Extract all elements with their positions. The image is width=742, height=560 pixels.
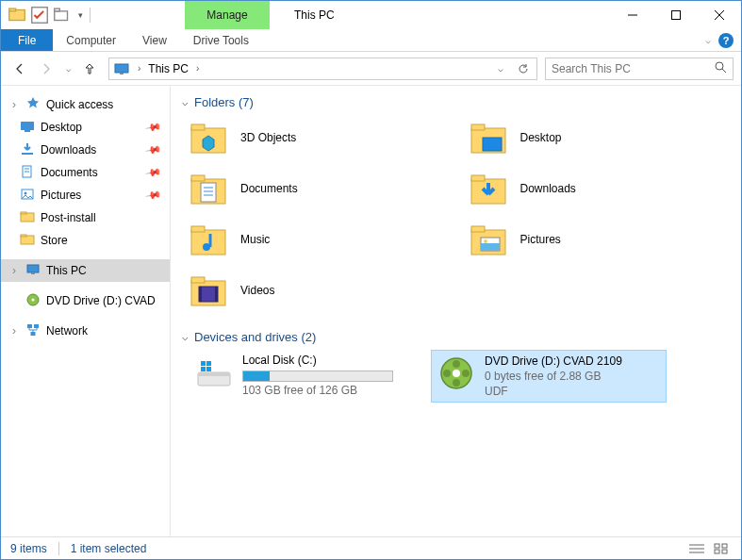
folder-item-desktop[interactable]: Desktop — [470, 115, 731, 160]
svg-rect-13 — [21, 122, 34, 130]
refresh-button[interactable] — [514, 59, 533, 78]
svg-point-47 — [203, 243, 210, 251]
tab-drive-tools[interactable]: Drive Tools — [180, 29, 262, 51]
address-crumb-thispc[interactable]: This PC — [148, 62, 189, 75]
status-bar: 9 items 1 item selected — [1, 536, 741, 559]
svg-rect-4 — [55, 8, 60, 11]
svg-rect-39 — [201, 183, 216, 202]
search-box[interactable] — [545, 58, 734, 80]
svg-rect-73 — [715, 544, 719, 548]
folder-icon — [470, 170, 507, 207]
address-bar[interactable]: › This PC › ⌵ — [108, 58, 537, 80]
qat-properties-icon[interactable] — [29, 5, 50, 25]
svg-rect-29 — [27, 324, 32, 328]
svg-point-11 — [716, 62, 723, 70]
folder-icon — [190, 119, 227, 156]
svg-rect-38 — [191, 175, 205, 181]
chevron-down-icon: ⌵ — [182, 331, 189, 343]
folder-item-music[interactable]: Music — [190, 217, 451, 262]
nav-back-button[interactable] — [8, 58, 31, 80]
sidebar-item-desktop[interactable]: Desktop 📌 — [1, 116, 170, 139]
svg-rect-45 — [191, 230, 225, 255]
sidebar-item-documents[interactable]: Documents 📌 — [1, 161, 170, 184]
status-selected-count: 1 item selected — [71, 542, 147, 555]
drive-usage-bar — [242, 371, 393, 382]
window-controls — [611, 1, 741, 29]
address-history-dropdown[interactable]: ⌵ — [491, 59, 510, 78]
folder-item-pictures[interactable]: Pictures — [470, 217, 731, 262]
sidebar-item-quick-access[interactable]: › Quick access — [1, 93, 170, 116]
svg-rect-36 — [483, 138, 502, 151]
svg-point-28 — [32, 298, 35, 301]
tab-view[interactable]: View — [129, 29, 180, 51]
folder-label: Videos — [240, 284, 274, 297]
minimize-button[interactable] — [611, 1, 654, 29]
sidebar-item-dvd-drive[interactable]: › DVD Drive (D:) CVAD — [1, 289, 170, 312]
nav-forward-button[interactable] — [35, 58, 58, 80]
svg-point-67 — [462, 370, 470, 377]
drive-item-dvd[interactable]: DVD Drive (D:) CVAD 2109 0 bytes free of… — [431, 350, 667, 403]
sidebar-item-downloads[interactable]: Downloads 📌 — [1, 139, 170, 161]
ribbon-expand-icon[interactable]: ⌵ — [705, 35, 711, 45]
address-location-icon — [113, 60, 130, 77]
address-crumb-sep-icon[interactable]: › — [138, 63, 140, 74]
help-icon[interactable]: ? — [718, 33, 734, 48]
contextual-tab-manage[interactable]: Manage — [185, 1, 270, 29]
search-input[interactable] — [552, 62, 715, 75]
content-pane: ⌵ Folders (7) 3D Objects Desktop — [171, 86, 741, 536]
chevron-down-icon: ⌵ — [182, 96, 189, 108]
group-header-folders[interactable]: ⌵ Folders (7) — [182, 95, 730, 109]
sidebar-item-pictures[interactable]: Pictures 📌 — [1, 184, 170, 206]
sidebar-item-post-install[interactable]: Post-install — [1, 206, 170, 229]
svg-rect-26 — [31, 272, 35, 274]
view-toggles — [686, 540, 732, 557]
folder-item-3d-objects[interactable]: 3D Objects — [190, 115, 451, 160]
folder-label: Desktop — [520, 131, 562, 144]
view-large-icons-button[interactable] — [711, 540, 732, 557]
drive-item-local-disk[interactable]: Local Disk (C:) 103 GB free of 126 GB — [190, 350, 425, 403]
drives-grid: Local Disk (C:) 103 GB free of 126 GB DV… — [182, 350, 730, 403]
sidebar-item-store[interactable]: Store — [1, 229, 170, 252]
group-header-drives[interactable]: ⌵ Devices and drives (2) — [182, 330, 730, 344]
svg-rect-15 — [22, 153, 33, 155]
svg-rect-46 — [191, 226, 205, 232]
folder-item-videos[interactable]: Videos — [190, 268, 451, 313]
chevron-right-icon[interactable]: › — [12, 324, 16, 338]
sidebar-item-label: Pictures — [41, 189, 81, 202]
sidebar-item-network[interactable]: › Network — [1, 320, 170, 342]
svg-rect-25 — [27, 265, 39, 272]
status-separator — [58, 542, 59, 555]
svg-point-65 — [453, 370, 460, 377]
nav-recent-dropdown[interactable]: ⌵ — [61, 58, 74, 80]
folder-item-documents[interactable]: Documents — [190, 166, 451, 211]
group-header-label: Folders (7) — [194, 95, 254, 109]
chevron-right-icon[interactable]: › — [12, 98, 16, 111]
view-details-button[interactable] — [686, 540, 707, 557]
sidebar-item-this-pc[interactable]: › This PC — [1, 259, 170, 282]
svg-point-20 — [25, 191, 27, 194]
tab-file[interactable]: File — [1, 29, 53, 51]
svg-point-68 — [453, 360, 460, 368]
svg-rect-3 — [55, 11, 68, 21]
document-icon — [20, 164, 35, 182]
folder-icon — [190, 272, 227, 309]
folder-icon — [470, 221, 507, 258]
navbar: ⌵ › This PC › ⌵ — [1, 52, 741, 86]
qat-dropdown-icon[interactable]: ▾ — [74, 5, 86, 25]
sidebar-item-label: Documents — [41, 166, 98, 179]
drive-filesystem: UDF — [485, 385, 622, 398]
folder-icon — [190, 221, 227, 258]
tab-computer[interactable]: Computer — [53, 29, 129, 51]
qat-new-folder-icon[interactable] — [52, 5, 73, 25]
folder-item-downloads[interactable]: Downloads — [470, 166, 731, 211]
chevron-right-icon[interactable]: › — [12, 264, 16, 277]
address-crumb-sep-icon[interactable]: › — [196, 63, 199, 74]
folder-icon — [20, 232, 35, 250]
sidebar-item-label: Downloads — [41, 143, 96, 156]
maximize-button[interactable] — [654, 1, 698, 29]
close-button[interactable] — [698, 1, 741, 29]
search-icon[interactable] — [715, 61, 727, 76]
drive-title: DVD Drive (D:) CVAD 2109 — [485, 354, 622, 368]
nav-up-button[interactable] — [78, 58, 101, 80]
body: › Quick access Desktop 📌 Downloads 📌 Doc… — [1, 86, 741, 536]
